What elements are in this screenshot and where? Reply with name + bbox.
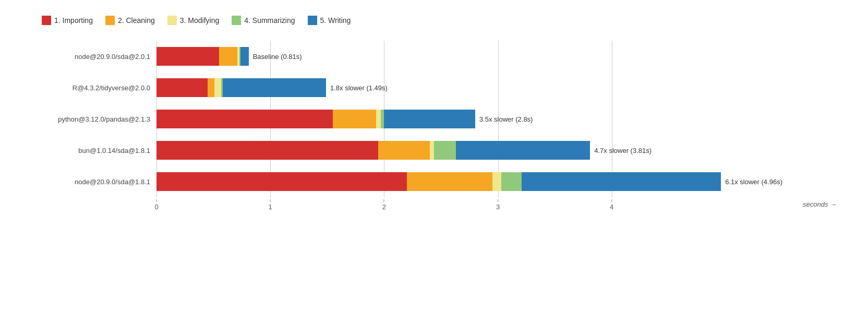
bar-track — [156, 141, 590, 160]
bar-annotation: 3.5x slower (2.8s) — [479, 110, 533, 128]
bar-segment-writing — [384, 110, 475, 128]
x-tick-label: 0 — [154, 203, 158, 211]
bar-segment-importing — [156, 110, 333, 128]
x-tick-line — [498, 199, 498, 202]
y-label: bun@1.0.14/sda@1.8.1 — [31, 135, 156, 166]
x-tick-label: 4 — [610, 203, 613, 211]
legend-swatch-cleaning — [105, 16, 115, 25]
bar-annotation: 1.8x slower (1.49s) — [330, 78, 388, 97]
bar-segment-cleaning — [208, 78, 214, 97]
x-ticks: 01234 — [156, 199, 837, 212]
bar-segment-cleaning — [378, 141, 429, 160]
bar-segment-modifying — [376, 110, 381, 128]
y-labels: node@20.9.0/sda@2.0.1R@4.3.2/tidyverse@2… — [31, 41, 156, 213]
y-label: R@4.3.2/tidyverse@2.0.0 — [31, 72, 156, 103]
y-label: node@20.9.0/sda@2.0.1 — [31, 41, 156, 72]
bar-segment-writing — [223, 78, 327, 97]
bar-segment-modifying — [214, 78, 221, 97]
bar-segment-modifying — [430, 141, 435, 160]
legend-item-summarizing: 4. Summarizing — [232, 16, 295, 25]
bar-row: 6.1x slower (4.96s) — [156, 166, 837, 197]
legend-label-importing: 1. Importing — [54, 16, 93, 25]
bar-segment-importing — [156, 47, 219, 66]
bar-segment-cleaning — [333, 110, 376, 128]
bar-segment-cleaning — [407, 172, 492, 191]
x-tick-4: 4 — [610, 199, 613, 211]
bar-track — [156, 172, 721, 191]
bar-segment-cleaning — [219, 47, 237, 66]
bars-area: Baseline (0.81s)1.8x slower (1.49s)3.5x … — [156, 41, 837, 213]
legend-swatch-modifying — [167, 16, 177, 25]
bar-track — [156, 78, 326, 97]
bar-row: 3.5x slower (2.8s) — [156, 103, 837, 135]
x-tick-1: 1 — [269, 199, 272, 211]
x-tick-label: 3 — [496, 203, 500, 211]
bar-track — [156, 110, 475, 128]
y-label: python@3.12.0/pandas@2.1.3 — [31, 103, 156, 135]
bar-annotation: 6.1x slower (4.96s) — [725, 172, 782, 191]
bar-annotation: 4.7x slower (3.81s) — [594, 141, 652, 160]
y-label: node@20.9.0/sda@1.8.1 — [31, 166, 156, 197]
x-axis: 01234 seconds → — [156, 197, 837, 213]
bar-segment-writing — [240, 47, 248, 66]
legend-label-writing: 5. Writing — [320, 16, 351, 25]
legend-item-cleaning: 2. Cleaning — [105, 16, 155, 25]
bar-segment-modifying — [492, 172, 501, 191]
bar-track — [156, 47, 249, 66]
bar-row: Baseline (0.81s) — [156, 41, 837, 72]
legend-label-cleaning: 2. Cleaning — [118, 16, 155, 25]
x-tick-3: 3 — [496, 199, 500, 211]
bars-rows: Baseline (0.81s)1.8x slower (1.49s)3.5x … — [156, 41, 837, 197]
x-tick-label: 2 — [382, 203, 386, 211]
legend-swatch-importing — [42, 16, 51, 25]
legend-label-modifying: 3. Modifying — [180, 16, 219, 25]
bar-segment-summarizing — [501, 172, 522, 191]
bar-segment-importing — [156, 78, 208, 97]
legend-item-writing: 5. Writing — [308, 16, 351, 25]
bar-row: 4.7x slower (3.81s) — [156, 135, 837, 166]
bar-segment-writing — [456, 141, 590, 160]
legend-label-summarizing: 4. Summarizing — [244, 16, 295, 25]
legend-swatch-writing — [308, 16, 317, 25]
chart-container: 1. Importing2. Cleaning3. Modifying4. Su… — [0, 0, 868, 334]
chart-inner: node@20.9.0/sda@2.0.1R@4.3.2/tidyverse@2… — [31, 41, 837, 213]
legend-item-modifying: 3. Modifying — [167, 16, 219, 25]
x-tick-label: 1 — [269, 203, 272, 211]
bar-segment-writing — [522, 172, 721, 191]
bar-segment-summarizing — [434, 141, 455, 160]
bar-segment-importing — [156, 141, 378, 160]
seconds-label: seconds → — [803, 200, 837, 208]
x-tick-line — [384, 199, 384, 202]
x-tick-0: 0 — [154, 199, 158, 211]
legend: 1. Importing2. Cleaning3. Modifying4. Su… — [42, 16, 837, 25]
bar-annotation: Baseline (0.81s) — [253, 47, 302, 66]
x-tick-2: 2 — [382, 199, 386, 211]
bar-row: 1.8x slower (1.49s) — [156, 72, 837, 103]
x-tick-line — [270, 199, 271, 202]
legend-item-importing: 1. Importing — [42, 16, 93, 25]
x-tick-line — [611, 199, 612, 202]
bar-segment-importing — [156, 172, 407, 191]
x-tick-line — [156, 199, 156, 202]
legend-swatch-summarizing — [232, 16, 241, 25]
